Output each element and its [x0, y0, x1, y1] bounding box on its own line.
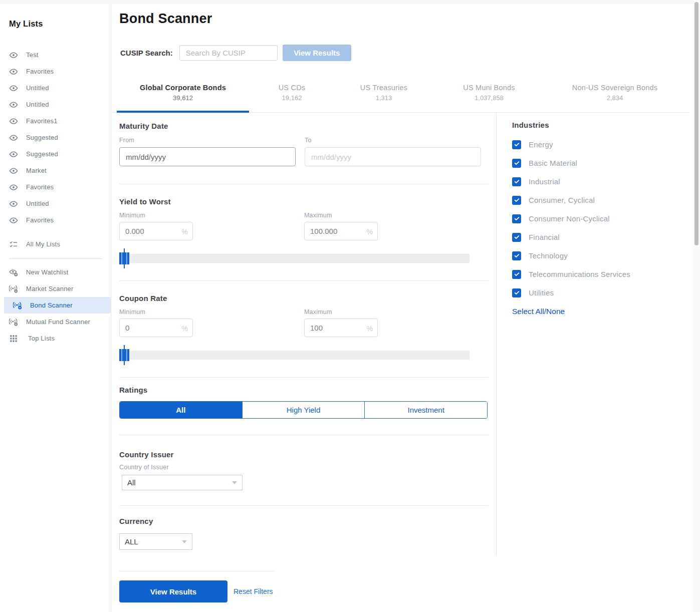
eye-icon	[9, 133, 18, 142]
tab-label: Global Corporate Bonds	[117, 84, 249, 92]
tab-non-us-sovereign-bonds[interactable]: Non-US Sovereign Bonds 2,834	[542, 84, 687, 102]
view-results-button[interactable]: View Results	[119, 580, 227, 602]
industry-checkbox-row-technology[interactable]: Technology	[512, 246, 681, 265]
industries-panel: Industries Energy Basic Material Industr…	[496, 113, 681, 556]
sidebar-item-all-my-lists[interactable]: All My Lists	[0, 236, 111, 252]
slider-track[interactable]	[119, 351, 470, 360]
sidebar-item-market-scanner[interactable]: Market Scanner	[0, 280, 111, 297]
sidebar-item-bond-scanner[interactable]: Bond Scanner	[4, 297, 111, 314]
checkbox-checked-icon[interactable]	[512, 233, 521, 242]
maximum-label: Maximum	[304, 309, 378, 316]
sidebar-item-mutual-fund-scanner[interactable]: Mutual Fund Scanner	[0, 314, 111, 330]
industry-label: Technology	[529, 251, 568, 260]
sidebar-item-suggested[interactable]: Suggested	[0, 146, 111, 162]
checklist-icon	[9, 240, 18, 249]
cusip-search-input[interactable]	[179, 45, 278, 61]
sidebar-item-favorites[interactable]: Favorites	[0, 63, 111, 80]
ratings-option-high-yield[interactable]: High Yield	[242, 402, 365, 418]
footer-actions: View Results Reset Filters	[119, 580, 489, 602]
scanner-icon	[9, 284, 18, 293]
checkbox-checked-icon[interactable]	[512, 270, 521, 279]
percent-suffix: %	[367, 228, 373, 236]
cusip-search-row: CUSIP Search: View Results	[120, 45, 351, 61]
ratings-section: Ratings All High Yield Investment	[119, 378, 489, 435]
checkbox-checked-icon[interactable]	[512, 251, 521, 260]
maturity-to-input[interactable]	[305, 147, 481, 166]
checkbox-checked-icon[interactable]	[512, 140, 521, 149]
select-all-none-link[interactable]: Select All/None	[512, 307, 565, 316]
slider-track[interactable]	[119, 254, 470, 263]
sidebar-item-top-lists[interactable]: Top Lists	[0, 330, 111, 347]
tab-label: US Muni Bonds	[431, 84, 547, 92]
tab-global-corporate-bonds[interactable]: Global Corporate Bonds 39,612	[117, 84, 249, 102]
content: Maturity Date From To Yield to Worst	[112, 113, 689, 612]
checkbox-checked-icon[interactable]	[512, 159, 521, 168]
industry-label: Energy	[529, 140, 553, 149]
page-title: Bond Scanner	[119, 11, 212, 27]
coupon-range-slider	[119, 345, 489, 365]
sidebar-item-favorites1[interactable]: Favorites1	[0, 113, 111, 129]
sidebar-item-label: New Watchlist	[26, 268, 68, 276]
country-issuer-select[interactable]: All	[122, 475, 243, 490]
industry-checkbox-row-consumer-non-cyclical[interactable]: Consumer Non-Cyclical	[512, 209, 681, 228]
my-lists: Test Favorites Untitled Untitled Favorit…	[0, 47, 111, 252]
checkbox-checked-icon[interactable]	[512, 214, 521, 223]
sidebar-item-label: Favorites	[26, 68, 54, 75]
minimum-label: Minimum	[119, 309, 193, 316]
sidebar-item-favorites[interactable]: Favorites	[0, 212, 111, 228]
ratings-option-investment[interactable]: Investment	[364, 402, 487, 418]
sidebar-item-suggested[interactable]: Suggested	[0, 129, 111, 146]
sidebar-item-label: Untitled	[26, 101, 49, 108]
grid-icon	[9, 334, 18, 343]
section-title: Currency	[119, 517, 489, 525]
slider-handle[interactable]	[119, 349, 129, 361]
industry-label: Consumer Non-Cyclical	[529, 214, 610, 223]
industry-checkbox-row-basic-material[interactable]: Basic Material	[512, 154, 681, 172]
sidebar-item-favorites[interactable]: Favorites	[0, 179, 111, 195]
currency-select[interactable]: ALL	[119, 533, 192, 550]
checkbox-checked-icon[interactable]	[512, 196, 521, 205]
industry-label: Basic Material	[529, 159, 577, 167]
industry-checkbox-row-industrial[interactable]: Industrial	[512, 172, 681, 191]
sidebar-item-label: Favorites1	[26, 117, 58, 125]
reset-filters-link[interactable]: Reset Filters	[234, 587, 273, 595]
sidebar-item-market[interactable]: Market	[0, 162, 111, 179]
eye-plus-icon	[9, 268, 18, 277]
tab-us-cds[interactable]: US CDs 19,162	[248, 84, 336, 102]
industry-checkbox-row-utilities[interactable]: Utilities	[512, 283, 681, 302]
tab-count: 1,037,858	[431, 94, 547, 102]
section-title: Coupon Rate	[119, 294, 489, 302]
maximum-label: Maximum	[304, 212, 378, 219]
sidebar-item-untitled[interactable]: Untitled	[0, 195, 111, 212]
sidebar-item-untitled[interactable]: Untitled	[0, 80, 111, 96]
scrollbar-thumb[interactable]	[694, 2, 698, 245]
ratings-option-all[interactable]: All	[120, 402, 242, 418]
sidebar-item-untitled[interactable]: Untitled	[0, 96, 111, 113]
cusip-view-results-button[interactable]: View Results	[283, 45, 351, 61]
eye-icon	[9, 183, 18, 192]
tab-us-muni-bonds[interactable]: US Muni Bonds 1,037,858	[431, 84, 547, 102]
scanner-icon	[9, 318, 18, 327]
sidebar-item-label: Suggested	[26, 134, 58, 141]
footer-divider	[119, 571, 275, 571]
sidebar-item-label: Untitled	[26, 200, 49, 207]
checkbox-checked-icon[interactable]	[512, 177, 521, 186]
industry-checkbox-row-telecommunications-services[interactable]: Telecommunications Services	[512, 265, 681, 283]
sidebar-item-label: Test	[26, 51, 39, 59]
maturity-date-section: Maturity Date From To	[119, 113, 489, 184]
industry-checkbox-row-energy[interactable]: Energy	[512, 135, 681, 154]
industry-checkbox-row-consumer-cyclical[interactable]: Consumer, Cyclical	[512, 191, 681, 209]
ratings-segmented-control: All High Yield Investment	[119, 401, 488, 419]
sidebar-item-new-watchlist[interactable]: New Watchlist	[0, 264, 111, 280]
maturity-from-input[interactable]	[119, 147, 296, 166]
tab-label: Non-US Sovereign Bonds	[542, 84, 687, 92]
slider-handle[interactable]	[119, 252, 129, 264]
chevron-down-icon	[232, 481, 237, 484]
sidebar-item-label: Mutual Fund Scanner	[26, 318, 90, 326]
checkbox-checked-icon[interactable]	[512, 288, 521, 297]
sidebar-item-label: Market	[26, 167, 47, 174]
to-label: To	[305, 137, 481, 144]
industry-checkbox-row-financial[interactable]: Financial	[512, 228, 681, 246]
sidebar-item-test[interactable]: Test	[0, 47, 111, 63]
tab-us-treasuries[interactable]: US Treasuries 1,313	[336, 84, 431, 102]
